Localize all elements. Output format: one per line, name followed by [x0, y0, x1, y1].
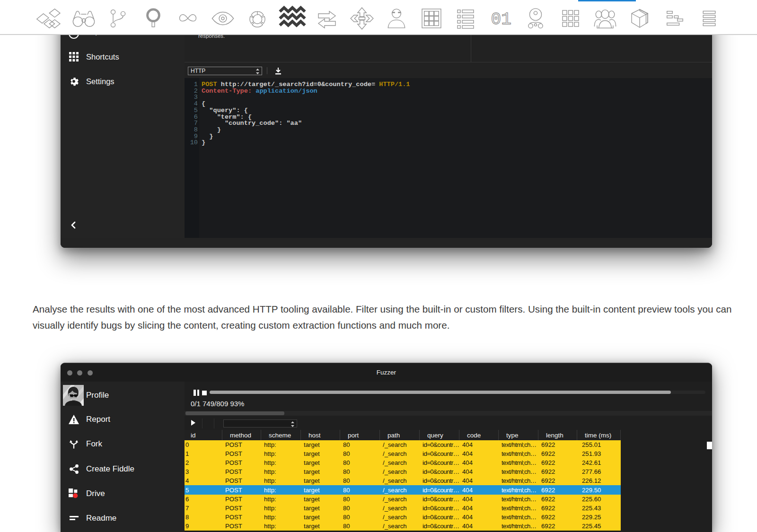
- svg-text:01: 01: [491, 10, 511, 29]
